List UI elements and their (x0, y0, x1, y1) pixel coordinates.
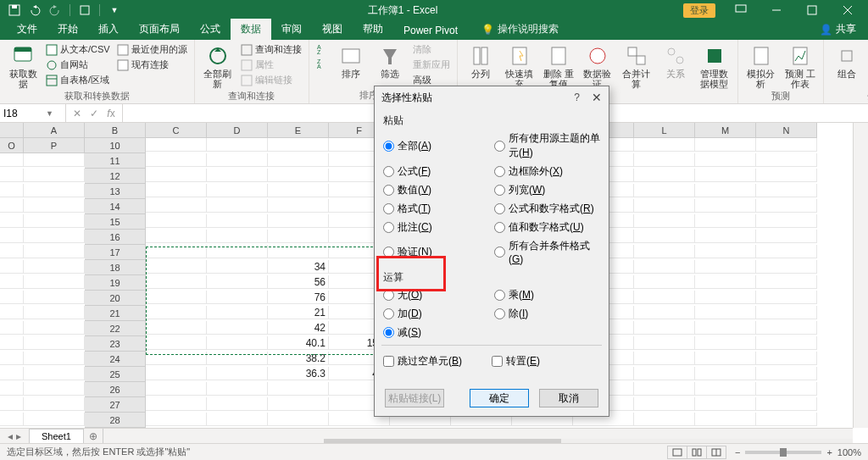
page-break-button[interactable] (706, 446, 726, 459)
row-header[interactable]: 15 (85, 214, 146, 230)
col-header[interactable]: C (146, 123, 207, 138)
zoom-out-button[interactable]: − (735, 447, 740, 457)
cell[interactable] (207, 138, 268, 152)
cell[interactable] (634, 184, 695, 197)
cell[interactable] (207, 199, 268, 213)
row-header[interactable]: 18 (85, 260, 146, 275)
radio-fnum[interactable]: 公式和数字格式(R) (494, 202, 600, 216)
row-header[interactable]: 24 (85, 352, 146, 367)
cell[interactable] (695, 153, 756, 167)
select-all-corner[interactable] (0, 123, 24, 138)
cell[interactable] (695, 321, 756, 335)
redo-icon[interactable] (47, 3, 63, 18)
cell[interactable] (268, 199, 329, 213)
tab-layout[interactable]: 页面布局 (129, 19, 190, 40)
group-button[interactable]: 组合 (829, 42, 865, 79)
row-header[interactable]: 20 (85, 291, 146, 306)
cell[interactable] (146, 184, 207, 197)
cell[interactable]: 38.2 (268, 352, 329, 365)
cell[interactable]: 56 (268, 275, 329, 289)
cell[interactable] (24, 306, 85, 319)
cell[interactable] (24, 184, 85, 197)
cell[interactable] (695, 397, 756, 411)
cell[interactable] (207, 260, 268, 274)
cell[interactable] (24, 367, 85, 380)
cell[interactable] (634, 306, 695, 319)
tell-me[interactable]: 💡操作说明搜索 (473, 19, 567, 40)
radio-colw[interactable]: 列宽(W) (494, 183, 600, 197)
existing-conn-button[interactable]: 现有连接 (115, 58, 189, 72)
name-box-input[interactable] (3, 108, 46, 119)
cell[interactable] (634, 321, 695, 335)
radio-formulas[interactable]: 公式(F) (383, 164, 489, 179)
cell[interactable]: 40.1 (268, 336, 329, 350)
cell[interactable] (756, 291, 817, 304)
cell[interactable] (0, 169, 24, 182)
cell[interactable] (207, 184, 268, 197)
cell[interactable] (0, 382, 24, 396)
cell[interactable] (24, 214, 85, 228)
cell[interactable] (207, 367, 268, 380)
cell[interactable] (695, 245, 756, 258)
sheet-tab[interactable]: Sheet1 (29, 429, 84, 443)
cell[interactable] (146, 397, 207, 411)
tab-home[interactable]: 开始 (47, 19, 88, 40)
cell[interactable] (756, 214, 817, 228)
cell[interactable] (756, 153, 817, 167)
filter-button[interactable]: 筛选 (372, 42, 408, 79)
text-to-col-button[interactable]: 分列 (463, 42, 498, 79)
cell[interactable] (756, 275, 817, 289)
cell[interactable] (756, 138, 817, 152)
radio-op-div[interactable]: 除(I) (494, 307, 600, 321)
row-header[interactable]: 19 (85, 275, 146, 291)
tab-file[interactable]: 文件 (7, 19, 47, 40)
cancel-icon[interactable]: ✕ (70, 108, 85, 119)
cell[interactable] (695, 214, 756, 228)
cell[interactable] (634, 275, 695, 289)
recent-sources-button[interactable]: 最近使用的源 (115, 42, 189, 57)
cell[interactable] (24, 169, 85, 182)
cell[interactable] (24, 153, 85, 167)
cell[interactable] (207, 336, 268, 350)
cell[interactable]: 34 (268, 260, 329, 274)
cell[interactable] (634, 367, 695, 380)
cell[interactable] (207, 291, 268, 304)
cell[interactable] (695, 230, 756, 243)
cell[interactable] (268, 413, 329, 426)
radio-theme[interactable]: 所有使用源主题的单元(H) (494, 131, 600, 160)
cell[interactable] (695, 336, 756, 350)
radio-formats[interactable]: 格式(T) (383, 202, 489, 216)
login-badge[interactable]: 登录 (683, 3, 715, 18)
cell[interactable] (24, 382, 85, 396)
cell[interactable] (146, 336, 207, 350)
tab-help[interactable]: 帮助 (353, 19, 393, 40)
cell[interactable] (146, 306, 207, 319)
cell[interactable] (0, 291, 24, 304)
close-icon[interactable] (831, 0, 865, 20)
cell[interactable] (24, 230, 85, 243)
cell[interactable] (146, 199, 207, 213)
close-icon[interactable]: ✕ (592, 91, 602, 104)
cell[interactable] (24, 321, 85, 335)
col-header[interactable]: A (24, 123, 85, 138)
col-header[interactable]: D (207, 123, 268, 138)
cell[interactable] (207, 306, 268, 319)
cell[interactable] (24, 275, 85, 289)
cell[interactable] (0, 260, 24, 274)
cell[interactable] (207, 230, 268, 243)
radio-noborder[interactable]: 边框除外(X) (494, 164, 600, 179)
row-header[interactable]: 23 (85, 336, 146, 352)
cell[interactable] (24, 352, 85, 365)
maximize-icon[interactable] (795, 0, 829, 20)
cell[interactable] (146, 153, 207, 167)
check-transpose[interactable]: 转置(E) (492, 354, 600, 369)
help-icon[interactable]: ? (574, 91, 580, 103)
cell[interactable] (0, 397, 24, 411)
cell[interactable] (24, 397, 85, 411)
cell[interactable] (634, 245, 695, 258)
cell[interactable] (756, 169, 817, 182)
row-header[interactable]: 16 (85, 230, 146, 245)
cell[interactable] (634, 199, 695, 213)
radio-all[interactable]: 全部(A) (383, 131, 489, 160)
cell[interactable] (756, 321, 817, 335)
